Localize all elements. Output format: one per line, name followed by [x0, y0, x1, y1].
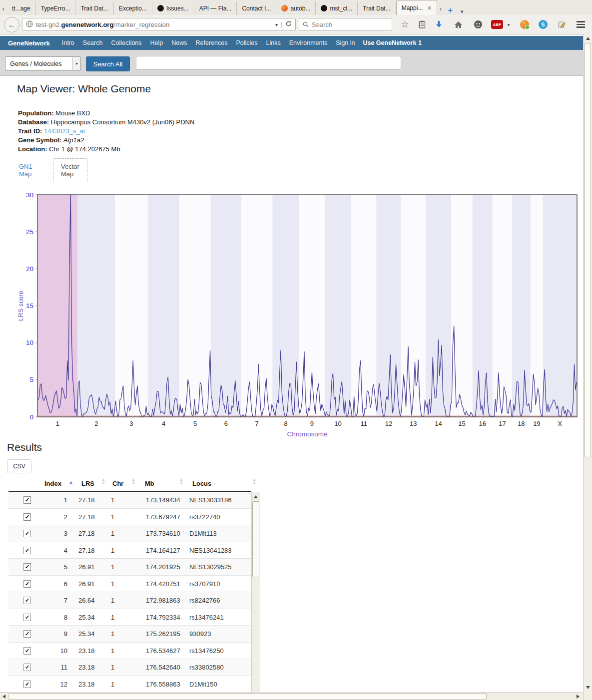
site-nav-item-links[interactable]: Links — [266, 39, 281, 46]
url-dropdown-caret[interactable]: ▾ — [272, 22, 282, 27]
page-vertical-scrollbar[interactable] — [583, 34, 592, 700]
row-checkbox[interactable]: ✓ — [23, 496, 31, 504]
adblock-menu-caret[interactable]: ▾ — [505, 19, 512, 30]
table-scroll-up-icon[interactable] — [252, 493, 259, 500]
table-row[interactable]: ✓1223.181176.558863D1Mit150 — [8, 676, 251, 693]
trait-meta-line: Location: Chr 1 @ 174.202675 Mb — [18, 145, 194, 154]
table-row[interactable]: ✓925.341175.262195930923 — [8, 626, 251, 643]
reload-icon[interactable] — [282, 20, 295, 28]
browser-tab[interactable]: Contact I... — [237, 1, 276, 15]
genome-scan-chart[interactable]: 12345678910111213141516171819X0510152025… — [15, 191, 585, 440]
tab-scroll-left-button[interactable]: ‹ — [0, 2, 7, 15]
table-row[interactable]: ✓1123.181176.542640rs33802580 — [8, 659, 251, 676]
use-genenetwork1-link[interactable]: Use GeneNetwork 1 — [363, 39, 421, 46]
browser-tab[interactable]: Trait Dat... — [75, 1, 114, 15]
tab-close-icon[interactable]: × — [427, 4, 431, 12]
site-nav-item-search[interactable]: Search — [83, 39, 103, 46]
site-nav-item-intro[interactable]: Intro — [62, 39, 74, 46]
browser-tab[interactable]: mst_cl... — [316, 1, 358, 15]
cell-mb: 173.679247 — [146, 513, 180, 521]
browser-tab[interactable]: autob... — [276, 1, 316, 15]
column-header-index[interactable]: Index — [44, 480, 61, 487]
x-tick-label-18: 18 — [518, 420, 525, 427]
search-category-select[interactable]: Genes / Molecules ▾ — [5, 56, 81, 71]
row-checkbox[interactable]: ✓ — [23, 630, 31, 638]
table-row[interactable]: ✓1023.181176.534627rs13476250 — [8, 643, 251, 660]
table-row[interactable]: ✓227.181173.679247rs3722740 — [8, 509, 251, 526]
row-checkbox[interactable]: ✓ — [23, 614, 31, 621]
site-nav-item-help[interactable]: Help — [150, 39, 163, 46]
site-nav-item-environments[interactable]: Environments — [289, 39, 327, 46]
row-checkbox[interactable]: ✓ — [23, 513, 31, 521]
browser-tab[interactable]: tt...age — [7, 1, 36, 15]
row-checkbox[interactable]: ✓ — [23, 580, 31, 588]
download-icon[interactable] — [433, 19, 445, 30]
table-row[interactable]: ✓427.181174.164127NES13041283 — [8, 542, 251, 559]
browser-search-field[interactable]: Search — [299, 18, 392, 31]
scroll-right-icon[interactable] — [575, 693, 582, 700]
browser-tab[interactable]: Trait Dat... — [358, 1, 396, 15]
column-header-chr[interactable]: Chr — [112, 480, 123, 487]
tab-gn1-map[interactable]: GN1 Map — [19, 163, 32, 178]
row-checkbox[interactable]: ✓ — [23, 647, 31, 655]
brand-genenetwork[interactable]: GeneNetwork — [8, 39, 50, 47]
tab-list-button[interactable]: ▾ — [457, 8, 468, 15]
row-checkbox[interactable]: ✓ — [23, 597, 31, 604]
url-bar[interactable]: test-gn2.genenetwork.org/marker_regressi… — [22, 18, 296, 31]
row-checkbox[interactable]: ✓ — [23, 530, 31, 537]
table-row[interactable]: ✓726.641172.981863rs8242766 — [8, 592, 251, 609]
table-row[interactable]: ✓526.911174.201925NES13029525 — [8, 559, 251, 576]
horizontal-scrollbar-thumb[interactable] — [8, 694, 487, 700]
row-checkbox[interactable]: ✓ — [23, 547, 31, 554]
table-scrollbar[interactable] — [251, 492, 260, 692]
column-header-locus[interactable]: Locus — [192, 480, 211, 487]
tab-scroll-right-button[interactable]: › — [437, 2, 444, 15]
page-horizontal-scrollbar[interactable] — [0, 692, 583, 700]
sort-asc-icon[interactable]: ▲ — [68, 479, 73, 485]
csv-button[interactable]: CSV — [7, 459, 31, 473]
reading-list-icon[interactable] — [416, 19, 428, 30]
search-all-button[interactable]: Search All — [86, 56, 130, 71]
table-row[interactable]: ✓327.181173.734610D1Mit113 — [8, 525, 251, 542]
tab-vector-map[interactable]: Vector Map — [53, 158, 87, 182]
table-row[interactable]: ✓127.181173.149434NES13033186 — [8, 492, 251, 509]
row-checkbox[interactable]: ✓ — [23, 681, 31, 688]
adblock-icon[interactable]: ABP — [491, 19, 503, 30]
scroll-up-icon[interactable] — [585, 35, 592, 42]
site-nav-item-policies[interactable]: Policies — [236, 39, 258, 46]
site-nav-item-news[interactable]: News — [171, 39, 187, 46]
new-tab-button[interactable]: + — [444, 6, 457, 15]
browser-tab[interactable]: TypeErro... — [36, 1, 76, 15]
browser-tab[interactable]: Issues... — [152, 1, 194, 15]
table-scrollbar-thumb[interactable] — [252, 501, 259, 577]
bookmark-star-icon[interactable]: ☆ — [399, 19, 411, 30]
site-nav-item-references[interactable]: References — [196, 39, 228, 46]
site-search-input[interactable] — [136, 56, 401, 70]
row-checkbox[interactable]: ✓ — [23, 563, 31, 571]
site-nav-item-collections[interactable]: Collections — [111, 39, 141, 46]
scroll-left-icon[interactable] — [0, 693, 7, 700]
meta-value[interactable]: 1443823_s_at — [44, 127, 85, 135]
table-row[interactable]: ✓626.911174.420751rs3707910 — [8, 576, 251, 593]
vertical-scrollbar-thumb[interactable] — [585, 43, 591, 457]
sort-both-icon[interactable]: ▲▼ — [252, 478, 256, 485]
menu-icon[interactable] — [575, 19, 587, 30]
home-icon[interactable] — [452, 19, 464, 30]
column-header-mb[interactable]: Mb — [145, 480, 154, 487]
table-row[interactable]: ✓825.341174.792334rs13476241 — [8, 609, 251, 626]
browser-tab[interactable]: Exceptio... — [114, 1, 152, 15]
chat-icon[interactable] — [472, 19, 484, 30]
addon-orange-icon[interactable] — [519, 19, 531, 30]
page-edit-icon[interactable] — [556, 19, 568, 30]
addon-s-icon[interactable]: S — [537, 19, 549, 30]
sort-both-icon[interactable]: ▲▼ — [179, 478, 183, 485]
sort-both-icon[interactable]: ▲▼ — [131, 478, 135, 485]
row-checkbox[interactable]: ✓ — [23, 664, 31, 671]
site-nav-item-sign-in[interactable]: Sign in — [336, 39, 355, 46]
scroll-down-icon[interactable] — [585, 684, 592, 691]
back-button[interactable]: ← — [4, 17, 19, 32]
sort-both-icon[interactable]: ▲▼ — [101, 478, 105, 485]
column-header-lrs[interactable]: LRS — [81, 480, 94, 487]
browser-tab[interactable]: API — Fla... — [194, 1, 237, 15]
browser-tab[interactable]: Mappi...× — [396, 0, 437, 15]
